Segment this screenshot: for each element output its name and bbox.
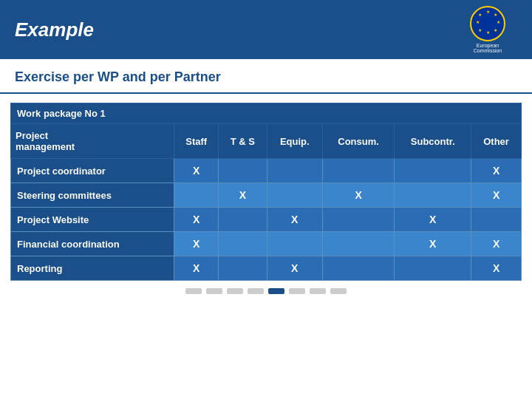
cell-other: X xyxy=(471,159,522,183)
col-staff: Staff xyxy=(174,124,219,159)
col-other: Other xyxy=(471,124,522,159)
cell-subcontr xyxy=(395,159,471,183)
cell-ts xyxy=(219,232,267,256)
exercise-table: Work package No 1 Projectmanagement Staf… xyxy=(10,103,522,281)
eu-emblem: ★ ★ ★ ★ ★ ★ ★ ★ xyxy=(470,6,505,41)
cell-other xyxy=(471,208,522,232)
cell-equip: X xyxy=(267,256,322,281)
cell-staff: X xyxy=(174,232,219,256)
cell-consum: X xyxy=(322,183,395,208)
page-title: Example xyxy=(15,18,94,41)
pagination-dot[interactable] xyxy=(227,288,243,294)
cell-ts xyxy=(219,256,267,281)
wp-header-row: Work package No 1 xyxy=(11,103,522,124)
table-row: Financial coordination X X X xyxy=(11,232,522,256)
cell-equip: X xyxy=(267,208,322,232)
cell-consum xyxy=(322,232,395,256)
row-label: Project coordinator xyxy=(11,159,174,183)
logo-text: European Commission xyxy=(474,43,502,53)
pagination-dot[interactable] xyxy=(330,288,347,294)
cell-other: X xyxy=(471,232,522,256)
eu-logo: ★ ★ ★ ★ ★ ★ ★ ★ European Commission xyxy=(458,7,517,52)
pagination-dot[interactable] xyxy=(248,288,264,294)
pagination-bar xyxy=(0,288,532,294)
svg-text:★: ★ xyxy=(476,20,480,24)
svg-text:★: ★ xyxy=(478,13,482,17)
col-ts: T & S xyxy=(219,124,267,159)
pagination-dot[interactable] xyxy=(185,288,202,294)
pagination-dot-active[interactable] xyxy=(268,288,284,294)
wp-header-label: Work package No 1 xyxy=(11,103,522,124)
table-row: Steering committees X X X xyxy=(11,183,522,208)
cell-consum xyxy=(322,256,395,281)
col-equip: Equip. xyxy=(267,124,322,159)
cell-ts xyxy=(219,208,267,232)
cell-staff: X xyxy=(174,159,219,183)
row-label: Financial coordination xyxy=(11,232,174,256)
row-label: Project Website xyxy=(11,208,174,232)
cell-ts xyxy=(219,159,267,183)
eu-flag-icon: ★ ★ ★ ★ ★ ★ ★ ★ xyxy=(471,7,504,40)
cell-other: X xyxy=(471,183,522,208)
col-label-header: Projectmanagement xyxy=(11,124,174,159)
cell-equip xyxy=(267,232,322,256)
row-label: Reporting xyxy=(11,256,174,281)
svg-text:★: ★ xyxy=(478,28,482,33)
cell-consum xyxy=(322,159,395,183)
cell-other: X xyxy=(471,256,522,281)
pagination-dot[interactable] xyxy=(289,288,305,294)
svg-text:★: ★ xyxy=(486,10,490,14)
row-label: Steering committees xyxy=(11,183,174,208)
cell-subcontr xyxy=(395,183,471,208)
pagination-dot[interactable] xyxy=(206,288,222,294)
cell-consum xyxy=(322,208,395,232)
table-row: Reporting X X X xyxy=(11,256,522,281)
cell-subcontr: X xyxy=(395,232,471,256)
cell-subcontr xyxy=(395,256,471,281)
svg-text:★: ★ xyxy=(486,30,490,35)
page-header: Example ★ ★ ★ ★ ★ ★ ★ ★ European Commiss xyxy=(0,0,532,59)
cell-ts: X xyxy=(219,183,267,208)
pagination-dot[interactable] xyxy=(310,288,326,294)
cell-subcontr: X xyxy=(395,208,471,232)
cell-staff: X xyxy=(174,208,219,232)
page-subtitle: Exercise per WP and per Partner xyxy=(0,59,532,94)
table-row: Project coordinator X X xyxy=(11,159,522,183)
svg-text:★: ★ xyxy=(497,20,500,24)
column-header-row: Projectmanagement Staff T & S Equip. Con… xyxy=(11,124,522,159)
svg-text:★: ★ xyxy=(494,28,497,33)
exercise-table-container: Work package No 1 Projectmanagement Staf… xyxy=(0,103,532,281)
table-row: Project Website X X X xyxy=(11,208,522,232)
cell-equip xyxy=(267,183,322,208)
cell-staff xyxy=(174,183,219,208)
col-subcontr: Subcontr. xyxy=(395,124,471,159)
svg-text:★: ★ xyxy=(494,13,497,17)
col-consum: Consum. xyxy=(322,124,395,159)
cell-staff: X xyxy=(174,256,219,281)
cell-equip xyxy=(267,159,322,183)
